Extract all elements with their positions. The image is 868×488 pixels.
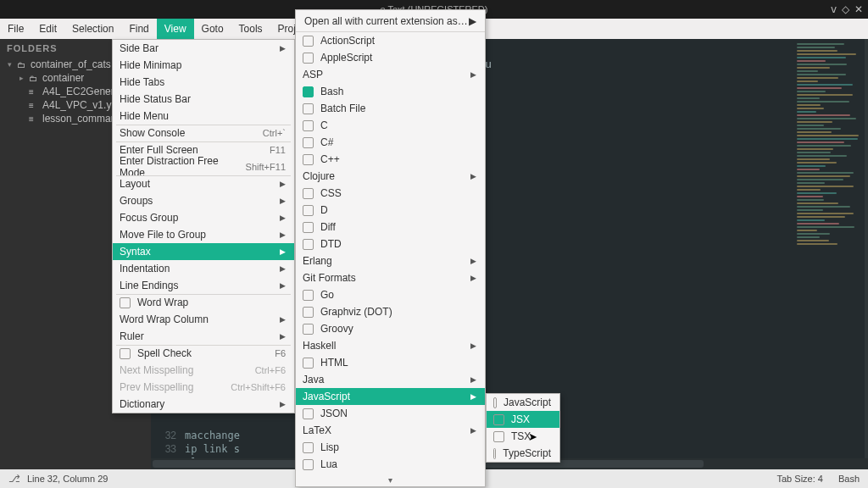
checkbox-icon xyxy=(303,324,314,335)
file-icon: ≡ xyxy=(29,87,39,97)
view-item-hide-minimap[interactable]: Hide Minimap xyxy=(113,57,294,74)
minimap[interactable] xyxy=(797,43,865,297)
twisty-icon: ▸ xyxy=(17,74,25,82)
js-sub-jsx[interactable]: JSX xyxy=(487,411,559,428)
syntax-item-css[interactable]: CSS xyxy=(296,185,485,202)
chevron-right-icon: ▶ xyxy=(280,44,286,53)
chevron-right-icon: ▶ xyxy=(280,400,286,408)
syntax-item-html[interactable]: HTML xyxy=(296,354,485,371)
view-item-show-console[interactable]: Show ConsoleCtrl+` xyxy=(113,125,294,141)
chevron-right-icon: ▶ xyxy=(470,70,476,79)
view-item-word-wrap-column[interactable]: Word Wrap Column▶ xyxy=(113,311,294,328)
view-menu-dropdown: Side Bar▶Hide MinimapHide TabsHide Statu… xyxy=(112,39,295,413)
twisty-icon: ▾ xyxy=(5,60,14,69)
branch-icon: ⎇ xyxy=(8,473,20,485)
view-item-focus-group[interactable]: Focus Group▶ xyxy=(113,209,294,226)
syntax-item-java[interactable]: Java▶ xyxy=(296,371,485,388)
chevron-right-icon: ▶ xyxy=(470,341,476,350)
syntax-item-latex[interactable]: LaTeX▶ xyxy=(296,422,485,439)
menu-goto[interactable]: Goto xyxy=(194,19,231,39)
js-sub-typescript[interactable]: TypeScript xyxy=(487,445,559,462)
syntax-item-go[interactable]: Go xyxy=(296,286,485,303)
syntax-item-erlang[interactable]: Erlang▶ xyxy=(296,252,485,269)
chevron-right-icon: ▶ xyxy=(470,426,476,435)
checkbox-icon xyxy=(303,137,314,148)
view-item-enter-distraction-free-mode[interactable]: Enter Distraction Free ModeShift+F11 xyxy=(113,158,294,175)
chevron-right-icon: ▶ xyxy=(280,230,286,239)
syntax-item-applescript[interactable]: AppleScript xyxy=(296,49,485,66)
chevron-right-icon: ▶ xyxy=(280,180,286,188)
chevron-right-icon: ▶ xyxy=(280,214,286,222)
view-item-hide-menu[interactable]: Hide Menu xyxy=(113,108,294,125)
chevron-right-icon: ▶ xyxy=(280,197,286,205)
syntax-item-c[interactable]: C xyxy=(296,117,485,134)
menu-file[interactable]: File xyxy=(0,19,31,39)
syntax-item-dtd[interactable]: DTD xyxy=(296,236,485,252)
checkbox-icon xyxy=(493,414,504,425)
view-item-indentation[interactable]: Indentation▶ xyxy=(113,260,294,277)
syntax-item-actionscript[interactable]: ActionScript xyxy=(296,32,485,49)
menu-edit[interactable]: Edit xyxy=(31,19,64,39)
syntax-item-graphviz-dot-[interactable]: Graphviz (DOT) xyxy=(296,303,485,320)
syntax-item-clojure[interactable]: Clojure▶ xyxy=(296,168,485,185)
view-item-ruler[interactable]: Ruler▶ xyxy=(113,328,294,345)
syntax-item-c-[interactable]: C# xyxy=(296,134,485,151)
chevron-right-icon: ▶ xyxy=(470,375,476,384)
checkbox-icon xyxy=(303,86,314,97)
view-item-side-bar[interactable]: Side Bar▶ xyxy=(113,40,294,57)
syntax-scroll-down-icon[interactable]: ▾ xyxy=(296,473,485,486)
view-item-hide-status-bar[interactable]: Hide Status Bar xyxy=(113,91,294,108)
checkbox-icon xyxy=(493,448,496,459)
syntax-item-c-[interactable]: C++ xyxy=(296,151,485,168)
menu-find[interactable]: Find xyxy=(121,19,156,39)
window-minimize-icon[interactable]: 𝗏 xyxy=(831,3,837,15)
vertical-scrollbar[interactable] xyxy=(865,39,868,458)
chevron-right-icon: ▶ xyxy=(470,172,476,180)
status-tab-size[interactable]: Tab Size: 4 xyxy=(777,474,823,484)
chevron-right-icon: ▶ xyxy=(470,392,476,401)
view-item-hide-tabs[interactable]: Hide Tabs xyxy=(113,74,294,91)
syntax-open-all[interactable]: Open all with current extension as… ▶ xyxy=(296,10,485,32)
menu-view[interactable]: View xyxy=(157,19,194,39)
checkbox-icon xyxy=(303,408,314,419)
syntax-item-batch-file[interactable]: Batch File xyxy=(296,100,485,117)
folder-icon: 🗀 xyxy=(29,74,39,83)
view-item-layout[interactable]: Layout▶ xyxy=(113,175,294,192)
view-item-word-wrap[interactable]: Word Wrap xyxy=(113,294,294,311)
checkbox-icon xyxy=(303,36,314,47)
checkbox-icon xyxy=(493,431,504,442)
view-item-spell-check[interactable]: Spell CheckF6 xyxy=(113,345,294,362)
syntax-item-javascript[interactable]: JavaScript▶ xyxy=(296,388,485,405)
status-cursor-pos[interactable]: Line 32, Column 29 xyxy=(27,474,108,484)
checkbox-icon xyxy=(303,222,314,233)
file-icon: ≡ xyxy=(29,101,39,110)
view-item-syntax[interactable]: Syntax▶ xyxy=(113,243,294,260)
syntax-item-diff[interactable]: Diff xyxy=(296,219,485,236)
syntax-item-bash[interactable]: Bash xyxy=(296,83,485,100)
view-item-move-file-to-group[interactable]: Move File to Group▶ xyxy=(113,226,294,243)
syntax-item-json[interactable]: JSON xyxy=(296,405,485,422)
view-item-dictionary[interactable]: Dictionary▶ xyxy=(113,396,294,413)
syntax-item-lisp[interactable]: Lisp xyxy=(296,439,485,456)
window-close-icon[interactable]: ✕ xyxy=(854,3,863,15)
chevron-right-icon: ▶ xyxy=(280,281,286,290)
view-item-line-endings[interactable]: Line Endings▶ xyxy=(113,277,294,294)
checkbox-icon xyxy=(303,205,314,216)
syntax-item-haskell[interactable]: Haskell▶ xyxy=(296,337,485,354)
syntax-item-lua[interactable]: Lua xyxy=(296,456,485,473)
syntax-item-git-formats[interactable]: Git Formats▶ xyxy=(296,269,485,286)
syntax-item-d[interactable]: D xyxy=(296,202,485,219)
syntax-item-asp[interactable]: ASP▶ xyxy=(296,66,485,83)
status-language[interactable]: Bash xyxy=(838,474,860,484)
checkbox-icon xyxy=(303,103,314,114)
window-maximize-icon[interactable]: ◇ xyxy=(842,3,849,15)
js-sub-tsx[interactable]: TSX xyxy=(487,428,559,445)
js-sub-javascript[interactable]: JavaScript xyxy=(487,394,559,411)
view-item-groups[interactable]: Groups▶ xyxy=(113,192,294,209)
syntax-item-groovy[interactable]: Groovy xyxy=(296,320,485,337)
chevron-right-icon: ▶ xyxy=(470,257,476,265)
menu-tools[interactable]: Tools xyxy=(231,19,270,39)
chevron-right-icon: ▶ xyxy=(470,274,476,282)
syntax-submenu: Open all with current extension as… ▶ Ac… xyxy=(295,9,486,487)
menu-selection[interactable]: Selection xyxy=(64,19,121,39)
